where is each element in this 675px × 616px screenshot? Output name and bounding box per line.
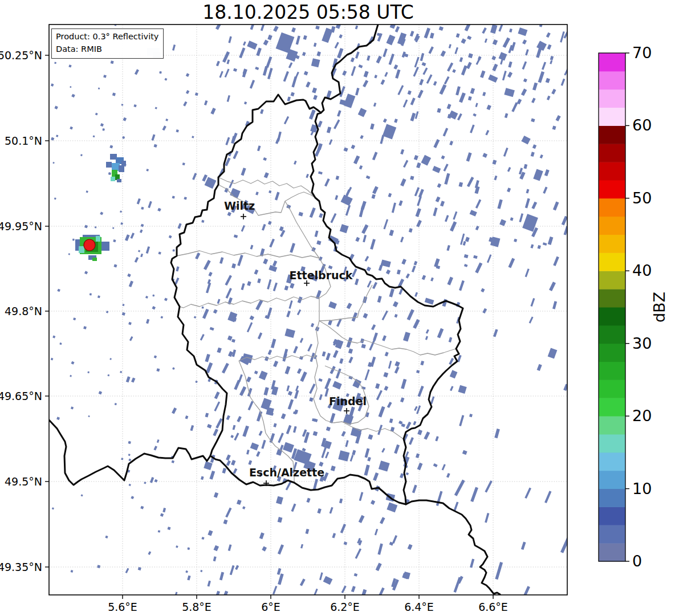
echo-mark xyxy=(243,68,247,74)
echo-mark xyxy=(433,81,437,85)
echo-mark xyxy=(380,135,384,144)
echo-mark xyxy=(186,73,189,77)
echo-mark xyxy=(383,48,387,57)
echo-mark xyxy=(156,368,160,372)
echo-mark xyxy=(263,66,268,76)
echo-mark xyxy=(263,259,268,264)
echo-mark xyxy=(388,193,392,198)
echo-mark xyxy=(444,164,449,172)
city-label: Findel xyxy=(329,395,367,407)
colorbar-tick-label: 30 xyxy=(632,334,652,352)
echo-mark xyxy=(128,441,131,444)
echo-mark xyxy=(437,328,444,338)
echo-mark xyxy=(408,91,412,95)
echo-mark xyxy=(127,274,131,278)
echo-mark xyxy=(414,155,418,160)
echo-mark xyxy=(359,165,363,170)
echo-mark xyxy=(400,149,404,154)
echo-mark xyxy=(51,137,54,141)
echo-mark xyxy=(548,236,554,245)
colorbar-band xyxy=(599,198,625,217)
echo-mark xyxy=(280,230,285,237)
echo-blob xyxy=(106,162,112,168)
echo-mark xyxy=(389,418,393,423)
echo-mark xyxy=(315,230,319,237)
echo-mark xyxy=(316,240,321,245)
echo-mark xyxy=(169,235,172,239)
echo-mark xyxy=(442,464,446,470)
colorbar-unit-label: dBZ xyxy=(650,292,668,323)
echo-mark xyxy=(294,390,299,399)
echo-mark xyxy=(348,357,353,364)
radar-figure: 18.10.2025 05:58 UTC Product: 0.3° Refle… xyxy=(0,0,675,616)
echo-mark xyxy=(312,87,317,93)
echo-mark xyxy=(300,544,303,549)
echo-mark xyxy=(288,62,293,68)
x-tick-label: 5.8°E xyxy=(182,601,212,613)
echo-mark xyxy=(267,68,273,79)
echo-mark xyxy=(470,210,477,217)
echo-mark xyxy=(553,256,559,266)
echo-mark xyxy=(237,416,241,422)
echo-mark xyxy=(57,289,60,292)
echo-mark xyxy=(184,197,187,200)
echo-mark xyxy=(465,237,470,242)
echo-mark xyxy=(508,258,515,268)
echo-mark xyxy=(422,67,428,75)
echo-mark xyxy=(363,80,368,87)
echo-mark xyxy=(416,162,421,168)
echo-mark xyxy=(556,115,561,121)
echo-mark xyxy=(162,508,166,512)
colorbar-band xyxy=(599,416,625,434)
echo-mark xyxy=(214,545,219,552)
echo-mark xyxy=(433,463,438,467)
echo-mark xyxy=(290,283,295,288)
echo-mark xyxy=(128,484,131,486)
echo-mark xyxy=(297,368,302,374)
echo-mark xyxy=(461,65,467,75)
echo-mark xyxy=(397,270,401,275)
echo-mark xyxy=(397,85,404,95)
echo-mark xyxy=(481,288,485,293)
echo-mark xyxy=(247,281,251,286)
echo-mark xyxy=(529,316,534,323)
echo-mark xyxy=(137,198,141,205)
echo-mark xyxy=(499,219,506,226)
echo-mark xyxy=(336,176,339,180)
district-border xyxy=(180,201,331,308)
echo-mark xyxy=(466,62,472,70)
echo-mark xyxy=(259,532,265,539)
echo-mark xyxy=(285,366,291,374)
echo-blob xyxy=(117,179,121,182)
echo-mark xyxy=(306,529,310,534)
echo-mark xyxy=(130,232,134,239)
echo-mark xyxy=(294,161,297,165)
echo-mark xyxy=(351,58,355,63)
echo-mark xyxy=(145,296,148,299)
echo-mark xyxy=(107,374,109,377)
colorbar-band xyxy=(599,125,625,144)
echo-mark xyxy=(358,64,363,68)
echo-mark xyxy=(337,110,341,117)
echo-mark xyxy=(409,228,413,232)
echo-mark xyxy=(417,89,423,98)
echo-blob xyxy=(533,169,543,181)
echo-mark xyxy=(269,239,275,248)
echo-mark xyxy=(256,451,261,457)
x-tick-label: 6.2°E xyxy=(330,601,360,613)
echo-mark xyxy=(384,386,388,391)
echo-mark xyxy=(491,56,496,60)
echo-mark xyxy=(226,454,231,460)
echo-mark xyxy=(300,338,303,343)
echo-mark xyxy=(185,570,188,573)
echo-mark xyxy=(219,572,224,581)
echo-mark xyxy=(159,71,162,74)
echo-mark xyxy=(235,565,239,570)
echo-mark xyxy=(447,63,453,72)
echo-mark xyxy=(508,62,512,68)
echo-mark xyxy=(226,460,231,466)
echo-mark xyxy=(214,401,220,411)
echo-mark xyxy=(475,226,479,230)
echo-mark xyxy=(146,246,150,254)
echo-mark xyxy=(388,361,392,369)
